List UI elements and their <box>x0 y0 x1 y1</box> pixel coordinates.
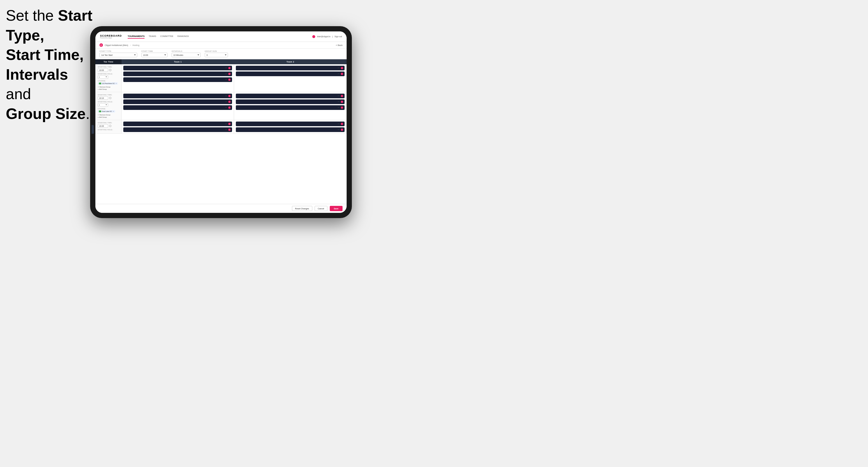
intervals-select[interactable]: 10 Minutes <box>172 53 200 57</box>
tee-actions-2: ○ Remove Group + Add Group <box>98 114 119 118</box>
player-row-2-2: ⋯ × <box>236 71 345 76</box>
cancel-button[interactable]: Cancel <box>315 206 328 211</box>
starting-hole-label-2: STARTING HOLE: <box>98 101 119 103</box>
remove-group-btn-2[interactable]: ○ Remove Group <box>98 114 119 116</box>
player-remove-6-2[interactable]: × <box>341 128 343 131</box>
player-options-5-2[interactable]: ⋯ <box>225 128 227 131</box>
starting-time-value-row-2: i <box>98 96 119 100</box>
tee-actions-1: ○ Remove Group + Add Group <box>98 86 119 90</box>
player-options-2-1[interactable]: ⋯ <box>338 67 340 69</box>
starting-time-input-3[interactable] <box>98 124 108 128</box>
player-row-5-2: ⋯ × <box>123 127 232 132</box>
player-row-1-2: ⋯ × <box>123 71 232 76</box>
player-remove-2-1[interactable]: × <box>341 67 343 69</box>
player-remove-4-2[interactable]: × <box>341 101 343 103</box>
controls-row: Start Type 1st Tee Start Start Time 10:0… <box>95 49 347 59</box>
back-button[interactable]: < Back <box>336 44 343 46</box>
bold-group-size: Group Size <box>6 105 86 122</box>
starting-time-input-2[interactable] <box>98 96 108 100</box>
player-options-6-2[interactable]: ⋯ <box>338 128 340 131</box>
nav-link-tournaments[interactable]: TOURNAMENTS <box>128 34 145 39</box>
player-remove-5-2[interactable]: × <box>228 128 230 131</box>
separator: | <box>332 35 333 37</box>
player-options-1-2[interactable]: ⋯ <box>225 73 227 75</box>
starting-time-value-row-3: i <box>98 124 119 128</box>
player-options-4-1[interactable]: ⋯ <box>338 95 340 97</box>
start-type-select[interactable]: 1st Tee Start <box>99 53 137 57</box>
player-options-1-3[interactable]: ⋯ <box>225 79 227 81</box>
add-group-btn-1[interactable]: + Add Group <box>98 88 119 90</box>
start-time-select[interactable]: 10:00 <box>141 53 167 57</box>
instruction-text: Set the Start Type, Start Time, Interval… <box>6 6 96 124</box>
time-info-icon-2[interactable]: i <box>109 97 112 99</box>
course-remove-1[interactable]: × <box>116 83 117 84</box>
th-team1: Team 1 <box>122 59 234 64</box>
starting-time-input-1[interactable] <box>98 68 108 72</box>
starting-hole-row-2: 1 <box>98 103 119 107</box>
player-row-6-2: ⋯ × <box>236 127 345 132</box>
player-remove-4-1[interactable]: × <box>341 95 343 97</box>
time-info-icon-1[interactable]: i <box>109 69 112 71</box>
player-remove-1-2[interactable]: × <box>228 73 230 75</box>
player-options-4-3[interactable]: ⋯ <box>338 106 340 109</box>
player-options-3-3[interactable]: ⋯ <box>225 106 227 109</box>
bold-start-type: Start Type, <box>6 7 92 43</box>
player-options-3-2[interactable]: ⋯ <box>225 101 227 103</box>
starting-time-label-3: STARTING TIME: <box>98 122 119 124</box>
side-tab[interactable] <box>92 125 94 134</box>
add-group-btn-2[interactable]: + Add Group <box>98 116 119 118</box>
course-name-1: (A) Peachtree GC <box>102 83 115 84</box>
save-button[interactable]: Save <box>330 206 343 211</box>
player-options-1-1[interactable]: ⋯ <box>225 67 227 69</box>
tablet-frame: SCOREBOARD Powered by clippd TOURNAMENTS… <box>90 26 352 218</box>
tournament-name: Clippd Invitational (Men) <box>105 44 128 46</box>
player-remove-4-3[interactable]: × <box>341 106 343 109</box>
player-row-5-1: ⋯ × <box>123 122 232 126</box>
main-table: Tee Time Team 1 Team 2 STARTING TIME: i … <box>95 59 347 204</box>
player-remove-5-1[interactable]: × <box>228 123 230 125</box>
tee-group-2: STARTING TIME: i STARTING HOLE: 1 COURSE… <box>95 92 347 120</box>
player-options-5-1[interactable]: ⋯ <box>225 123 227 125</box>
tee-group-3: STARTING TIME: i STARTING HOLE: ⋯ × ⋯ × <box>95 120 347 134</box>
starting-hole-select-1[interactable]: 1 <box>98 75 108 79</box>
breadcrumb-left: C Clippd Invitational (Men) › Hosting <box>99 43 139 47</box>
player-options-6-1[interactable]: ⋯ <box>338 123 340 125</box>
player-row-3-2: ⋯ × <box>123 99 232 104</box>
player-row-1-1: ⋯ × <box>123 66 232 70</box>
bold-start-time: Start Time, <box>6 46 84 63</box>
breadcrumb-bar: C Clippd Invitational (Men) › Hosting < … <box>95 42 347 49</box>
nav-link-committee[interactable]: COMMITTEE <box>160 34 173 39</box>
text-period: . <box>86 105 90 122</box>
player-remove-1-3[interactable]: × <box>228 79 230 81</box>
player-remove-3-1[interactable]: × <box>228 95 230 97</box>
nav-links: TOURNAMENTS TEAMS COMMITTEE RANKINGS <box>128 34 312 39</box>
player-remove-6-1[interactable]: × <box>341 123 343 125</box>
starting-hole-select-2[interactable]: 1 <box>98 103 108 107</box>
remove-group-btn-1[interactable]: ○ Remove Group <box>98 86 119 88</box>
player-remove-3-2[interactable]: × <box>228 101 230 103</box>
player-options-2-2[interactable]: ⋯ <box>338 73 340 75</box>
player-remove-1-1[interactable]: × <box>228 67 230 69</box>
nav-link-rankings[interactable]: RANKINGS <box>177 34 189 39</box>
player-row-4-3: ⋯ × <box>236 105 345 110</box>
th-tee-time: Tee Time <box>95 59 122 64</box>
player-row-6-1: ⋯ × <box>236 122 345 126</box>
team2-col-3: ⋯ × ⋯ × <box>234 120 347 133</box>
nav-link-teams[interactable]: TEAMS <box>149 34 156 39</box>
player-remove-2-2[interactable]: × <box>341 73 343 75</box>
course-row-1: (A) Peachtree GC × <box>98 82 119 85</box>
course-row-2: East Lake GC × <box>98 110 119 113</box>
player-remove-3-3[interactable]: × <box>228 106 230 109</box>
starting-time-value-row-1: i <box>98 68 119 72</box>
sign-out-link[interactable]: Sign out <box>334 35 342 37</box>
course-remove-2[interactable]: × <box>113 111 114 112</box>
player-options-3-1[interactable]: ⋯ <box>225 95 227 97</box>
player-row-2-1: ⋯ × <box>236 66 345 70</box>
start-time-label: Start Time <box>141 50 167 52</box>
time-info-icon-3[interactable]: i <box>109 125 112 127</box>
reset-changes-button[interactable]: Reset Changes <box>292 206 312 211</box>
group-size-select[interactable]: 3 <box>205 53 228 57</box>
course-label-1: COURSE: <box>98 80 119 82</box>
starting-time-label-1: STARTING TIME: <box>98 66 119 68</box>
player-options-4-2[interactable]: ⋯ <box>338 101 340 103</box>
